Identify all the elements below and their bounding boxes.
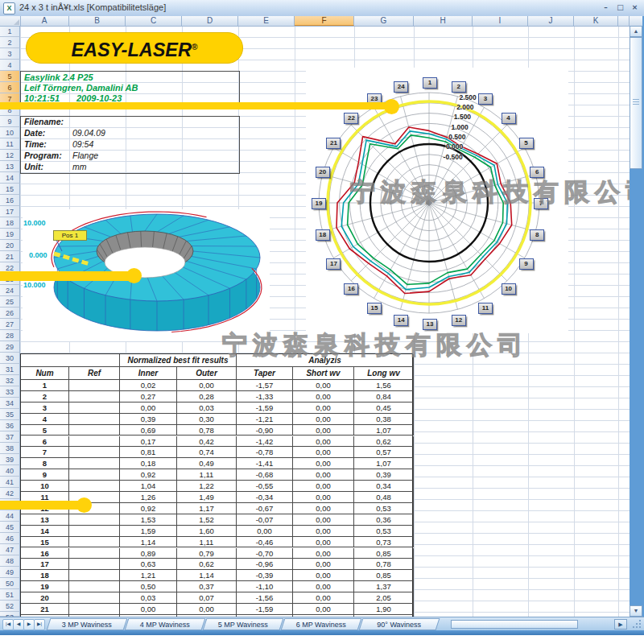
table-group-empty[interactable]: [21, 354, 120, 367]
table-cell[interactable]: -0,07: [237, 514, 293, 526]
table-cell[interactable]: -0,39: [237, 570, 293, 581]
yellow-callout-line-2[interactable]: [0, 271, 130, 281]
tab-nav-button-2[interactable]: ▶: [23, 619, 35, 630]
table-cell[interactable]: [69, 469, 120, 481]
table-cell[interactable]: [69, 570, 120, 581]
yellow-callout-line-1[interactable]: [0, 102, 389, 109]
table-cell[interactable]: 0,00: [293, 447, 354, 458]
table-cell[interactable]: 1: [21, 380, 69, 391]
table-cell[interactable]: -1,41: [237, 458, 293, 469]
table-cell[interactable]: 1,56: [354, 380, 414, 391]
table-cell[interactable]: 18: [21, 570, 69, 581]
row-header-19[interactable]: 19: [0, 229, 20, 240]
yellow-callout-dot-1[interactable]: [384, 99, 399, 114]
table-cell[interactable]: 0,73: [354, 537, 414, 548]
row-header-48[interactable]: 48: [0, 555, 20, 567]
table-cell[interactable]: 0,79: [177, 548, 237, 559]
row-header-52[interactable]: 52: [0, 601, 20, 612]
table-cell[interactable]: 2: [21, 391, 69, 402]
table-cell[interactable]: 1,53: [120, 514, 177, 526]
table-cell[interactable]: 0,89: [120, 548, 177, 559]
table-cell[interactable]: 0,00: [293, 391, 354, 402]
column-header-partial[interactable]: [618, 16, 630, 26]
table-cell[interactable]: 0,00: [237, 526, 293, 537]
table-cell[interactable]: 0,63: [120, 559, 177, 570]
table-cell[interactable]: 0,00: [293, 581, 354, 592]
table-cell[interactable]: 6: [21, 436, 69, 448]
table-cell[interactable]: 0,03: [120, 592, 177, 604]
table-cell[interactable]: 0,36: [354, 514, 414, 526]
table-cell[interactable]: [69, 481, 120, 492]
sheet-tab-3-mp-waviness[interactable]: 3 MP Waviness: [47, 618, 128, 630]
row-header-33[interactable]: 33: [0, 386, 20, 398]
table-group-normalized[interactable]: Normalized best fit results: [120, 354, 237, 367]
table-cell[interactable]: -0,90: [237, 425, 293, 436]
table-cell[interactable]: 4: [21, 414, 69, 425]
table-cell[interactable]: 0,85: [354, 570, 414, 581]
table-cell[interactable]: 0,74: [177, 447, 237, 458]
table-header-ref[interactable]: Ref: [69, 367, 120, 380]
column-header-E[interactable]: E: [238, 16, 295, 26]
table-cell[interactable]: 0,00: [293, 514, 354, 526]
table-cell[interactable]: 16: [21, 548, 69, 559]
yellow-callout-dot-3[interactable]: [76, 497, 92, 513]
table-cell[interactable]: 0,00: [293, 380, 354, 391]
column-header-H[interactable]: H: [414, 16, 473, 26]
minimize-button[interactable]: –: [600, 2, 612, 13]
table-cell[interactable]: 0,50: [120, 581, 177, 592]
table-cell[interactable]: 15: [21, 537, 69, 548]
row-header-16[interactable]: 16: [0, 195, 20, 206]
yellow-callout-line-3[interactable]: [0, 501, 80, 510]
column-header-J[interactable]: J: [528, 16, 574, 26]
row-header-47[interactable]: 47: [0, 544, 20, 555]
table-cell[interactable]: 1,14: [177, 570, 237, 581]
resize-grip[interactable]: [628, 619, 642, 630]
table-cell[interactable]: [69, 537, 120, 548]
row-header-2[interactable]: 2: [0, 37, 20, 48]
row-header-44[interactable]: 44: [0, 510, 20, 522]
table-cell[interactable]: 0,00: [293, 503, 354, 514]
table-cell[interactable]: 21: [21, 604, 69, 615]
table-cell[interactable]: -0,96: [237, 559, 293, 570]
table-cell[interactable]: 0,45: [354, 402, 414, 414]
table-cell[interactable]: 8: [21, 458, 69, 469]
table-cell[interactable]: 0,57: [354, 447, 414, 458]
table-cell[interactable]: 1,60: [177, 526, 237, 537]
table-cell[interactable]: 0,00: [293, 592, 354, 604]
table-cell[interactable]: 20: [21, 592, 69, 604]
table-cell[interactable]: 0,39: [120, 414, 177, 425]
sheet-tab-4-mp-waviness[interactable]: 4 MP Waviness: [125, 618, 206, 630]
table-cell[interactable]: 10: [21, 481, 69, 492]
row-header-4[interactable]: 4: [0, 60, 20, 71]
table-cell[interactable]: 0,00: [293, 414, 354, 425]
row-header-29[interactable]: 29: [0, 341, 20, 353]
row-header-42[interactable]: 42: [0, 488, 20, 499]
row-header-24[interactable]: 24: [0, 285, 20, 296]
table-cell[interactable]: 13: [21, 514, 69, 526]
column-header-C[interactable]: C: [126, 16, 182, 26]
table-cell[interactable]: -1,21: [237, 414, 293, 425]
table-cell[interactable]: 0,53: [354, 526, 414, 537]
row-header-14[interactable]: 14: [0, 172, 20, 184]
table-cell[interactable]: 0,00: [120, 604, 177, 615]
table-cell[interactable]: 0,00: [293, 526, 354, 537]
table-cell[interactable]: -0,55: [237, 481, 293, 492]
restore-button[interactable]: □: [614, 2, 626, 13]
table-cell[interactable]: 0,69: [120, 425, 177, 436]
table-cell[interactable]: 0,62: [354, 436, 414, 448]
row-header-35[interactable]: 35: [0, 409, 20, 420]
table-cell[interactable]: 1,14: [120, 537, 177, 548]
row-header-11[interactable]: 11: [0, 138, 20, 150]
table-cell[interactable]: 1,52: [177, 514, 237, 526]
table-cell[interactable]: 0,28: [177, 391, 237, 402]
table-cell[interactable]: [69, 514, 120, 526]
table-cell[interactable]: 1,07: [354, 425, 414, 436]
row-header-45[interactable]: 45: [0, 522, 20, 533]
table-cell[interactable]: -1,33: [237, 391, 293, 402]
horizontal-scroll-thumb[interactable]: [451, 620, 578, 629]
row-header-37[interactable]: 37: [0, 431, 20, 443]
table-cell[interactable]: 0,84: [354, 391, 414, 402]
table-header-num[interactable]: Num: [21, 367, 69, 380]
table-header-long-wv[interactable]: Long wv: [354, 367, 414, 380]
row-header-25[interactable]: 25: [0, 296, 20, 308]
